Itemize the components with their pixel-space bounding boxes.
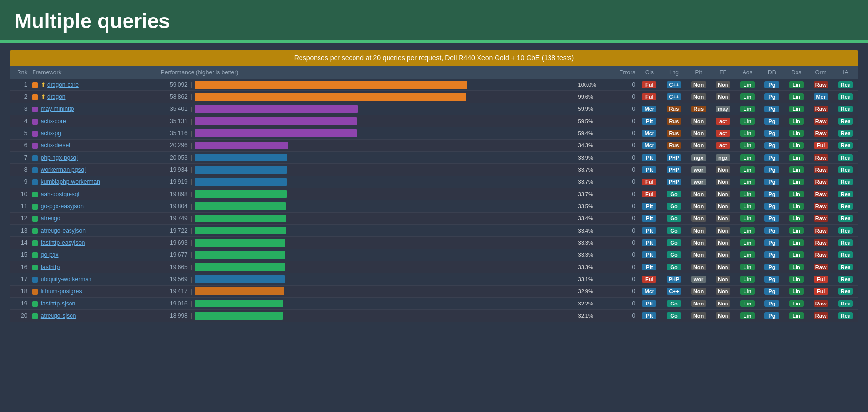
lng-tag: Go (667, 239, 681, 246)
framework-link[interactable]: php-ngx-pgsql (41, 154, 78, 161)
bar-fill (195, 287, 284, 295)
cls-tag: Ful (642, 93, 656, 100)
bar-background (195, 215, 575, 222)
errors-cell: 0 (602, 237, 638, 249)
bar-background (195, 227, 575, 234)
framework-link[interactable]: go-pgx (41, 251, 59, 258)
framework-link[interactable]: actix-core (41, 118, 66, 125)
cls-tag: Plt (642, 166, 656, 173)
fe-tag: Non (716, 191, 730, 197)
bar-cell: 19,693 | 33.3% (159, 237, 602, 249)
rank-cell: 8 (10, 164, 30, 176)
ia-tag: Rea (838, 106, 853, 112)
rank-cell: 9 (10, 176, 30, 188)
dos-tag: Lin (789, 166, 804, 173)
orm-tag: Raw (814, 179, 829, 185)
framework-color-dot (32, 277, 38, 283)
bar-percent: 32.9% (578, 288, 600, 294)
col-performance: Performance (higher is better) (159, 66, 602, 79)
pipe-divider: | (191, 215, 192, 222)
framework-link[interactable]: drogon-core (47, 81, 79, 88)
db-tag: Pg (764, 215, 779, 222)
bar-background (195, 117, 575, 125)
db-cell: Pg (760, 237, 784, 249)
orm-tag: Raw (814, 239, 829, 246)
table-row: 20 atreugo-sjson 18,998 | 32.1% 0 Plt Go… (10, 310, 858, 322)
ia-cell: Rea (833, 115, 858, 127)
dos-tag: Lin (789, 106, 804, 112)
framework-link[interactable]: kumbiaphp-workerman (41, 179, 100, 185)
db-cell: Pg (760, 127, 784, 140)
framework-link[interactable]: drogon (47, 93, 65, 100)
plt-tag: Non (691, 203, 706, 210)
framework-link[interactable]: atreugo-sjson (41, 312, 76, 319)
cls-cell: Mcr (637, 286, 661, 298)
bar-background (195, 263, 575, 271)
db-cell: Pg (760, 213, 784, 225)
plt-cell: Non (687, 188, 711, 200)
bar-background (195, 81, 575, 89)
orm-tag: Raw (814, 118, 829, 125)
rank-cell: 1 (10, 79, 30, 91)
framework-link[interactable]: fasthttp-easyjson (41, 239, 85, 246)
pipe-divider: | (191, 93, 192, 100)
aos-tag: Lin (740, 239, 755, 246)
framework-link[interactable]: atreugo (41, 215, 61, 222)
ia-tag: Rea (838, 203, 853, 210)
table-row: 3 may-minihttp 35,401 | 59.9% 0 Mcr Rus … (10, 103, 858, 115)
score-value: 35,116 (161, 130, 188, 137)
lng-cell: C++ (661, 286, 686, 298)
fe-cell: may (711, 103, 735, 115)
orm-cell: Raw (809, 298, 833, 310)
ia-tag: Rea (838, 191, 853, 197)
bar-background (195, 166, 575, 174)
plt-tag: Non (691, 288, 706, 295)
orm-tag: Raw (814, 312, 829, 319)
plt-cell: Non (687, 249, 711, 261)
col-cls: Cls (637, 66, 661, 79)
aos-tag: Lin (740, 118, 755, 125)
db-cell: Pg (760, 298, 784, 310)
fe-tag: Non (716, 179, 730, 185)
score-value: 18,998 (161, 312, 188, 319)
framework-link[interactable]: workerman-pgsql (41, 166, 86, 173)
ia-tag: Rea (838, 288, 853, 295)
ia-cell: Rea (833, 213, 858, 225)
lng-tag: PHP (667, 276, 682, 283)
orm-tag: Ful (814, 288, 828, 295)
framework-link[interactable]: ubiquity-workerman (41, 276, 92, 283)
cls-tag: Ful (642, 276, 656, 283)
framework-link[interactable]: actix-pg (41, 130, 61, 137)
dos-cell: Lin (784, 225, 808, 237)
plt-cell: Non (687, 261, 711, 273)
cls-cell: Mcr (637, 140, 661, 152)
errors-cell: 0 (602, 140, 638, 152)
aos-cell: Lin (735, 310, 760, 322)
framework-link[interactable]: fasthttp (41, 264, 60, 270)
db-cell: Pg (760, 200, 784, 213)
score-value: 59,092 (161, 81, 188, 88)
framework-link[interactable]: actix-diesel (41, 142, 70, 149)
score-value: 19,569 (161, 276, 188, 283)
plt-tag: wor (691, 276, 706, 283)
pipe-divider: | (191, 191, 192, 197)
pipe-divider: | (191, 312, 192, 319)
lng-cell: Rus (661, 103, 686, 115)
bar-fill (195, 154, 287, 161)
col-db: DB (760, 66, 784, 79)
framework-link[interactable]: atreugo-easyjson (41, 227, 86, 234)
bar-cell: 19,016 | 32.2% (159, 298, 602, 310)
framework-link[interactable]: lithium-postgres (41, 288, 82, 295)
fe-cell: act (711, 127, 735, 140)
framework-link[interactable]: aah-postgresql (41, 191, 79, 197)
aos-cell: Lin (735, 298, 760, 310)
framework-link[interactable]: fasthttp-sjson (41, 300, 75, 307)
db-tag: Pg (764, 191, 779, 197)
bar-cell: 19,898 | 33.7% (159, 188, 602, 200)
framework-link[interactable]: may-minihttp (41, 106, 74, 112)
dos-tag: Lin (789, 300, 804, 307)
table-row: 11 go-pgx-easyjson 19,804 | 33.5% 0 Plt … (10, 200, 858, 213)
framework-link[interactable]: go-pgx-easyjson (41, 203, 84, 210)
ia-tag: Rea (838, 227, 853, 234)
score-value: 19,677 (161, 251, 188, 258)
